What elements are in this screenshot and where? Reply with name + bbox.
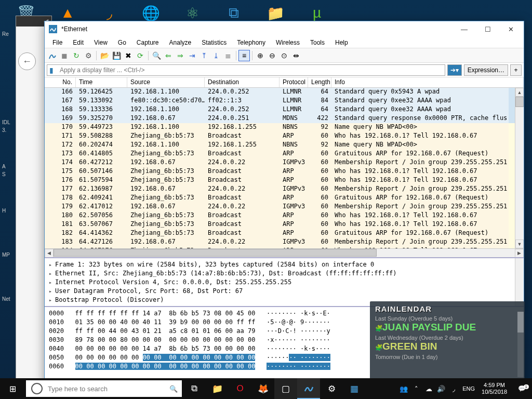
- taskbar-search[interactable]: Type here to search 🔍: [26, 380, 182, 397]
- taskbar-terminal-icon[interactable]: ▢: [274, 378, 297, 399]
- packet-minimap[interactable]: [509, 88, 515, 248]
- packet-row[interactable]: 17260.202474192.168.1.100192.168.1.255NB…: [45, 141, 524, 150]
- task-view-button[interactable]: ⧉: [183, 378, 206, 399]
- packet-row[interactable]: 17962.417012192.168.0.67224.0.0.22IGMPv3…: [45, 203, 524, 211]
- col-no[interactable]: No.: [45, 77, 76, 87]
- browser-back-button[interactable]: ←: [18, 52, 36, 70]
- taskbar-settings-icon[interactable]: ⚙: [320, 378, 343, 399]
- tray-language[interactable]: ENG: [460, 385, 477, 392]
- col-info[interactable]: Info: [331, 77, 524, 87]
- packet-row[interactable]: 17360.414805Zhejiang_6b:b5:73BroadcastAR…: [45, 150, 524, 158]
- packet-list-vscroll[interactable]: ▲▼: [515, 88, 524, 248]
- resize-columns-icon[interactable]: ⇹: [290, 50, 302, 61]
- close-button[interactable]: ✕: [499, 22, 523, 36]
- tray-people-icon[interactable]: 👥: [397, 385, 410, 393]
- packet-row[interactable]: 16859.133336192.168.1.100224.0.0.252LLMN…: [45, 105, 524, 114]
- find-icon[interactable]: 🔍: [151, 50, 162, 61]
- zoom-out-icon[interactable]: ⊖: [267, 50, 278, 61]
- tree-node[interactable]: Frame 1: 323 bytes on wire (2584 bits), …: [49, 260, 520, 269]
- packet-row[interactable]: 17762.136987192.168.0.67224.0.0.22IGMPv3…: [45, 185, 524, 194]
- action-center-button[interactable]: 💬1: [511, 385, 532, 392]
- shark-fin-icon[interactable]: [47, 50, 58, 61]
- titlebar[interactable]: *Ethernet — ☐ ✕: [45, 21, 524, 37]
- menu-capture[interactable]: Capture: [132, 37, 164, 48]
- go-back-icon[interactable]: ⇐: [163, 50, 174, 61]
- restart-capture-icon[interactable]: ↻: [71, 50, 82, 61]
- event-item[interactable]: 🧩GREEN BIN: [375, 341, 520, 352]
- taskbar-opera-icon[interactable]: O: [229, 378, 251, 399]
- col-time[interactable]: Time: [76, 77, 127, 87]
- cortana-icon[interactable]: [31, 383, 43, 394]
- go-last-icon[interactable]: ⤓: [210, 50, 222, 61]
- packet-row[interactable]: 17059.449723192.168.1.100192.168.1.255NB…: [45, 123, 524, 132]
- menu-wireless[interactable]: Wireless: [271, 37, 304, 48]
- packet-list-hscroll[interactable]: ◀▶: [45, 248, 524, 257]
- packet-list-header[interactable]: No. Time Source Destination Protocol Len…: [45, 77, 524, 88]
- packet-row[interactable]: 18264.414362Zhejiang_6b:b5:73BroadcastAR…: [45, 229, 524, 238]
- menu-analyze[interactable]: Analyze: [165, 37, 196, 48]
- packet-row[interactable]: 18364.427126192.168.0.67224.0.0.22IGMPv3…: [45, 238, 524, 247]
- taskbar-xbox-icon[interactable]: ▦: [343, 378, 366, 399]
- capture-options-icon[interactable]: ⚙: [83, 50, 94, 61]
- packet-row[interactable]: 17159.508288Zhejiang_6b:b5:73BroadcastAR…: [45, 132, 524, 141]
- jump-icon[interactable]: ⇥: [187, 50, 198, 61]
- display-filter-input[interactable]: ▮: [47, 64, 445, 76]
- packet-row[interactable]: 16759.133092fe80::dc30:ce50:d70…ff02::1:…: [45, 97, 524, 105]
- col-protocol[interactable]: Protocol: [280, 77, 308, 87]
- details-vscroll[interactable]: [515, 258, 524, 306]
- colorize-icon[interactable]: ≡: [238, 50, 250, 61]
- close-file-icon[interactable]: ✖: [123, 50, 134, 61]
- menu-file[interactable]: File: [48, 37, 67, 48]
- col-source[interactable]: Source: [127, 77, 205, 87]
- menu-tools[interactable]: Tools: [305, 37, 329, 48]
- menu-statistics[interactable]: Statistics: [197, 37, 231, 48]
- maximize-button[interactable]: ☐: [476, 22, 499, 36]
- packet-row[interactable]: 17862.409241Zhejiang_6b:b5:73BroadcastAR…: [45, 194, 524, 203]
- packet-row[interactable]: 16959.325270192.168.0.67224.0.0.251MDNS4…: [45, 114, 524, 123]
- search-icon[interactable]: 🔍: [169, 385, 178, 393]
- taskbar-clock[interactable]: 4:59 PM 10/5/2018: [477, 382, 511, 395]
- filter-apply-button[interactable]: ➔▾: [447, 64, 462, 76]
- reload-icon[interactable]: ⟳: [135, 50, 146, 61]
- go-first-icon[interactable]: ⤒: [198, 50, 210, 61]
- add-filter-button[interactable]: +: [510, 64, 522, 76]
- packet-row[interactable]: 16659.126425192.168.1.100224.0.0.252LLMN…: [45, 88, 524, 97]
- tray-onedrive-icon[interactable]: ☁: [422, 385, 435, 393]
- zoom-reset-icon[interactable]: ⊙: [278, 50, 290, 61]
- packet-row[interactable]: 17460.427212192.168.0.67224.0.0.22IGMPv3…: [45, 158, 524, 167]
- tree-node[interactable]: User Datagram Protocol, Src Port: 68, Ds…: [49, 287, 520, 296]
- bookmark-icon[interactable]: ▮: [49, 66, 54, 74]
- menu-telephony[interactable]: Telephony: [232, 37, 270, 48]
- open-file-icon[interactable]: 📂: [99, 50, 110, 61]
- menu-go[interactable]: Go: [113, 37, 131, 48]
- rainlendar-scroll[interactable]: [517, 312, 524, 377]
- tray-volume-icon[interactable]: 🔊: [435, 385, 447, 393]
- taskbar-wireshark-icon[interactable]: [297, 378, 320, 399]
- start-button[interactable]: ⊞: [0, 378, 25, 399]
- expression-button[interactable]: Expression…: [464, 64, 508, 76]
- col-length[interactable]: Length: [308, 77, 331, 87]
- zoom-in-icon[interactable]: ⊕: [255, 50, 266, 61]
- go-forward-icon[interactable]: ⇒: [175, 50, 186, 61]
- rainlendar-widget[interactable]: RAINLENDAR Last Sunday (Overdue 5 days) …: [370, 301, 525, 379]
- tray-wifi-icon[interactable]: ◞: [447, 385, 460, 393]
- event-item[interactable]: 🧩JUAN PAYSLIP DUE: [375, 322, 520, 333]
- tree-node[interactable]: Internet Protocol Version 4, Src: 0.0.0.…: [49, 278, 520, 287]
- tray-chevron-up-icon[interactable]: ˄: [410, 385, 422, 393]
- taskbar-firefox-icon[interactable]: 🦊: [251, 378, 274, 399]
- menu-help[interactable]: Help: [330, 37, 353, 48]
- filter-field[interactable]: [60, 65, 432, 75]
- taskbar-explorer-icon[interactable]: 📁: [206, 378, 229, 399]
- menu-view[interactable]: View: [89, 37, 112, 48]
- menu-edit[interactable]: Edit: [68, 37, 88, 48]
- packet-details-pane[interactable]: Frame 1: 323 bytes on wire (2584 bits), …: [45, 258, 524, 307]
- packet-row[interactable]: 17661.507594Zhejiang_6b:b5:73BroadcastAR…: [45, 176, 524, 185]
- stop-capture-icon[interactable]: ◼: [59, 50, 70, 61]
- col-destination[interactable]: Destination: [205, 77, 280, 87]
- tree-node[interactable]: Ethernet II, Src: Zhejiang_6b:b5:73 (14:…: [49, 269, 520, 278]
- save-file-icon[interactable]: 💾: [111, 50, 122, 61]
- auto-scroll-icon[interactable]: ≣: [222, 50, 234, 61]
- minimize-button[interactable]: —: [453, 22, 476, 36]
- packet-row[interactable]: 17560.507146Zhejiang_6b:b5:73BroadcastAR…: [45, 167, 524, 176]
- packet-row[interactable]: 18163.507067Zhejiang_6b:b5:73BroadcastAR…: [45, 220, 524, 229]
